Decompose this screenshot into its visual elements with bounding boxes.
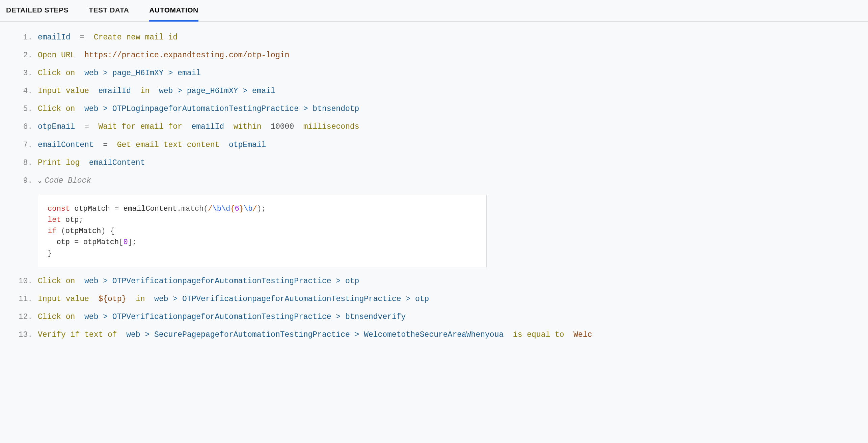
unit: milliseconds [303, 120, 359, 134]
variable-name: emailId [38, 31, 71, 44]
step-number: 4. [17, 85, 32, 98]
action: Get email text content [117, 139, 220, 152]
step-row[interactable]: 5. Click on web > OTPLoginpageforAutomat… [17, 102, 851, 116]
step-number: 11. [17, 293, 32, 306]
action: Wait for email for [98, 120, 182, 134]
action: Click on [38, 102, 75, 116]
keyword-if: if [48, 227, 56, 235]
text [71, 31, 80, 44]
param: emailId [192, 120, 224, 134]
keyword-const: const [48, 205, 70, 213]
action: Click on [38, 311, 75, 324]
target: web > OTPVerificationpageforAutomationTe… [154, 293, 429, 306]
variable-name: emailContent [38, 139, 94, 152]
code-block-label: Code Block [45, 174, 91, 187]
action: Input value [38, 85, 89, 98]
step-number: 2. [17, 49, 32, 62]
target: web > page_H6ImXY > email [84, 67, 201, 80]
param: emailContent [89, 156, 145, 170]
action: Create new mail id [94, 31, 178, 44]
step-number: 3. [17, 67, 32, 80]
keyword: in [136, 293, 145, 306]
step-number: 13. [17, 328, 32, 342]
equals: = [103, 139, 108, 152]
value: Welc [573, 328, 592, 342]
chevron-down-icon[interactable]: ⌄ [38, 175, 42, 186]
target: web > OTPVerificationpageforAutomationTe… [84, 311, 406, 324]
equals: = [84, 120, 89, 134]
step-number: 5. [17, 102, 32, 116]
action: Verify if text of [38, 328, 117, 342]
step-row[interactable]: 7. emailContent = Get email text content… [17, 139, 851, 152]
step-row[interactable]: 13. Verify if text of web > SecurePagepa… [17, 328, 851, 342]
step-row[interactable]: 11. Input value ${otp} in web > OTPVerif… [17, 293, 851, 306]
step-row-code-header[interactable]: 9. ⌄ Code Block [17, 174, 851, 187]
code-block[interactable]: const otpMatch = emailContent.match(/\b\… [38, 195, 487, 267]
step-row[interactable]: 12. Click on web > OTPVerificationpagefo… [17, 311, 851, 324]
target: web > OTPLoginpageforAutomationTestingPr… [84, 102, 359, 116]
tab-automation[interactable]: AUTOMATION [149, 6, 198, 22]
step-row[interactable]: 3. Click on web > page_H6ImXY > email [17, 67, 851, 80]
step-row[interactable]: 2. Open URL https://practice.expandtesti… [17, 49, 851, 62]
step-row[interactable]: 10. Click on web > OTPVerificationpagefo… [17, 275, 851, 288]
step-number: 7. [17, 139, 32, 152]
step-row[interactable]: 4. Input value emailId in web > page_H6I… [17, 85, 851, 98]
number: 10000 [271, 120, 294, 134]
step-row[interactable]: 6. otpEmail = Wait for email for emailId… [17, 120, 851, 134]
tab-detailed-steps[interactable]: DETAILED STEPS [6, 6, 69, 22]
variable-name: emailId [98, 85, 131, 98]
step-number: 1. [17, 31, 32, 44]
step-number: 12. [17, 311, 32, 324]
url: https://practice.expandtesting.com/otp-l… [84, 49, 289, 62]
condition: is equal to [513, 328, 564, 342]
step-row[interactable]: 8. Print log emailContent [17, 156, 851, 170]
step-number: 6. [17, 120, 32, 134]
action: Click on [38, 67, 75, 80]
text [84, 31, 94, 44]
step-number: 8. [17, 156, 32, 170]
target: web > SecurePagepageforAutomationTesting… [126, 328, 504, 342]
target: web > page_H6ImXY > email [159, 85, 275, 98]
action: Print log [38, 156, 80, 170]
equals: = [80, 31, 84, 44]
automation-steps: 1. emailId = Create new mail id 2. Open … [0, 22, 868, 356]
action: Click on [38, 275, 75, 288]
step-number: 9. [17, 174, 32, 187]
step-row[interactable]: 1. emailId = Create new mail id [17, 31, 851, 44]
target: web > OTPVerificationpageforAutomationTe… [84, 275, 359, 288]
tab-test-data[interactable]: TEST DATA [89, 6, 129, 22]
tabs-bar: DETAILED STEPS TEST DATA AUTOMATION [0, 0, 868, 22]
keyword: within [234, 120, 262, 134]
action: Input value [38, 293, 89, 306]
keyword: in [140, 85, 150, 98]
action: Open URL [38, 49, 75, 62]
keyword-let: let [48, 216, 61, 224]
step-number: 10. [17, 275, 32, 288]
param: otpEmail [229, 139, 266, 152]
variable-name: otpEmail [38, 120, 75, 134]
var-expr: ${otp} [98, 293, 126, 306]
